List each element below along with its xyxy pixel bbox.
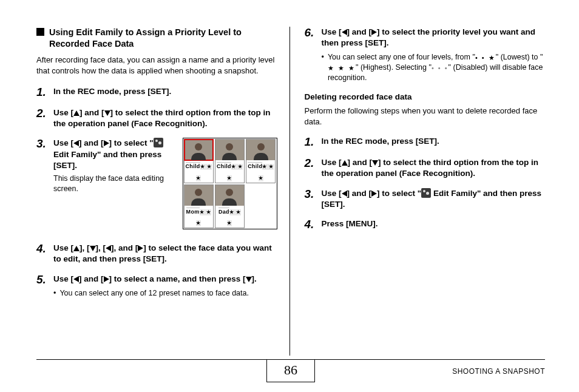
- face-thumb-icon: [215, 185, 244, 206]
- right-column: 6. Use [] and [] to select the priority …: [290, 27, 546, 356]
- face-cell: Child★ ★ ★: [246, 139, 276, 183]
- face-cell: Mom★ ★ ★: [184, 184, 214, 228]
- step-text: Press [MENU].: [322, 218, 546, 229]
- right-arrow-icon: [371, 191, 377, 197]
- face-cell: Child★ ★ ★: [215, 139, 245, 183]
- face-name: Dad: [218, 208, 229, 215]
- right-arrow-icon: [371, 29, 377, 35]
- t: Use [: [53, 138, 73, 147]
- right-steps-b: 1. In the REC mode, press [SET]. 2. Use …: [305, 136, 546, 231]
- step-number: 2.: [36, 107, 49, 120]
- face-thumb-icon: [246, 140, 275, 160]
- face-name: Child: [217, 162, 231, 169]
- step-note: •You can select any one of 12 preset nam…: [53, 288, 277, 299]
- figure-row: Child★ ★ ★ Child★ ★ ★ Child★ ★ ★: [183, 138, 277, 183]
- del-step-1: 1. In the REC mode, press [SET].: [305, 136, 546, 149]
- down-arrow-icon: [90, 246, 96, 251]
- section-heading-row: Using Edit Family to Assign a Priority L…: [36, 27, 277, 50]
- page-number-wrap: 86: [266, 360, 315, 382]
- columns: Using Edit Family to Assign a Priority L…: [36, 27, 545, 356]
- note-body: You can select any one of four levels, f…: [328, 52, 545, 83]
- t: ] and [: [79, 274, 104, 283]
- left-arrow-icon: [73, 140, 79, 146]
- del-step-2: 2. Use [] and [] to select the third opt…: [305, 157, 546, 179]
- left-arrow-icon: [342, 29, 347, 35]
- t: You can select any one of four levels, f…: [328, 53, 475, 61]
- deleting-intro: Perform the following steps when you wan…: [305, 106, 546, 127]
- bullet-icon: •: [322, 52, 324, 83]
- page-footer: 86 SHOOTING A SNAPSHOT: [36, 359, 545, 386]
- right-arrow-icon: [104, 140, 109, 146]
- t: ] and [: [347, 189, 372, 198]
- rating-low-icon: • • ★: [475, 53, 496, 63]
- step-number: 3.: [36, 138, 49, 150]
- t: ], [: [80, 243, 90, 252]
- del-step-3: 3. Use [] and [] to select " Edit Family…: [305, 188, 546, 210]
- step-number: 5.: [36, 274, 49, 286]
- left-arrow-icon: [106, 245, 111, 251]
- step-note: • You can select any one of four levels,…: [322, 52, 546, 83]
- t: ] to select ": [109, 138, 154, 147]
- step-text: Use [] and [] to select " Edit Family" a…: [322, 188, 546, 210]
- right-arrow-icon: [104, 276, 109, 282]
- figure-row: Mom★ ★ ★ Dad★ ★ ★: [183, 184, 277, 229]
- face-cell: Dad★ ★ ★: [215, 184, 245, 228]
- edit-family-icon: [154, 138, 163, 147]
- step-text: Use [] and [] to select the third option…: [322, 157, 546, 179]
- t: Use [: [53, 108, 73, 117]
- step-number: 4.: [36, 243, 49, 255]
- left-arrow-icon: [73, 276, 79, 282]
- face-name: Child: [248, 162, 262, 169]
- step-text: Use [] and [] to select the priority lev…: [322, 27, 546, 83]
- step-number: 1.: [305, 136, 317, 149]
- step-number: 4.: [305, 218, 317, 231]
- t: ] and [: [79, 138, 104, 147]
- deleting-heading: Deleting recorded face data: [305, 92, 546, 103]
- page-number: 86: [266, 360, 315, 382]
- face-name: Child: [186, 162, 200, 169]
- face-name: Mom: [186, 208, 200, 215]
- del-step-4: 4. Press [MENU].: [305, 218, 546, 231]
- step-6: 6. Use [] and [] to select the priority …: [305, 27, 546, 83]
- step-text: In the REC mode, press [SET].: [53, 86, 277, 97]
- down-arrow-icon: [104, 110, 110, 116]
- edit-family-icon: [421, 188, 431, 198]
- step-number: 2.: [305, 157, 317, 170]
- face-stars: ★ ★ ★: [227, 209, 241, 226]
- down-arrow-icon: [246, 277, 252, 282]
- left-steps: 1. In the REC mode, press [SET]. 2. Use …: [36, 86, 277, 299]
- t: ], and [: [111, 243, 138, 252]
- right-arrow-icon: [138, 245, 143, 251]
- t: Edit Family" and then press [SET].: [53, 150, 161, 170]
- step-text: In the REC mode, press [SET].: [322, 136, 546, 147]
- footer-label: SHOOTING A SNAPSHOT: [452, 365, 545, 376]
- bullet-icon: •: [53, 288, 56, 299]
- t: Use [: [322, 158, 342, 167]
- step-text: Child★ ★ ★ Child★ ★ ★ Child★ ★ ★ Mom★ ★ …: [53, 138, 277, 234]
- face-grid-figure: Child★ ★ ★ Child★ ★ ★ Child★ ★ ★ Mom★ ★ …: [183, 138, 277, 229]
- intro-paragraph: After recording face data, you can assig…: [36, 55, 277, 76]
- step-1: 1. In the REC mode, press [SET].: [36, 86, 277, 99]
- step-2: 2. Use [] and [] to select the third opt…: [36, 107, 277, 129]
- step-number: 3.: [305, 188, 317, 201]
- up-arrow-icon: [73, 110, 80, 116]
- step-text: Use [] and [] to select the third option…: [53, 107, 277, 129]
- down-arrow-icon: [372, 160, 378, 166]
- square-bullet-icon: [36, 28, 44, 36]
- t: You can select any one of 12 preset name…: [59, 288, 249, 299]
- t: Use [: [53, 274, 73, 283]
- t: " (Highest). Selecting ": [356, 63, 432, 72]
- step-text: Use [] and [] to select a name, and then…: [53, 274, 277, 299]
- t: ], [: [96, 243, 106, 252]
- step-number: 6.: [305, 27, 317, 39]
- section-title: Using Edit Family to Assign a Priority L…: [49, 27, 277, 50]
- face-thumb-icon: [185, 185, 213, 206]
- t: ] and [: [348, 158, 373, 167]
- left-arrow-icon: [342, 191, 347, 197]
- t: Use [: [53, 243, 73, 252]
- right-steps-a: 6. Use [] and [] to select the priority …: [305, 27, 546, 83]
- step-3: 3. Child★ ★ ★ Child★ ★ ★ Child★ ★ ★ Mom★…: [36, 138, 277, 234]
- t: ] to select ": [377, 189, 421, 198]
- t: Use [: [322, 27, 342, 36]
- up-arrow-icon: [73, 246, 80, 251]
